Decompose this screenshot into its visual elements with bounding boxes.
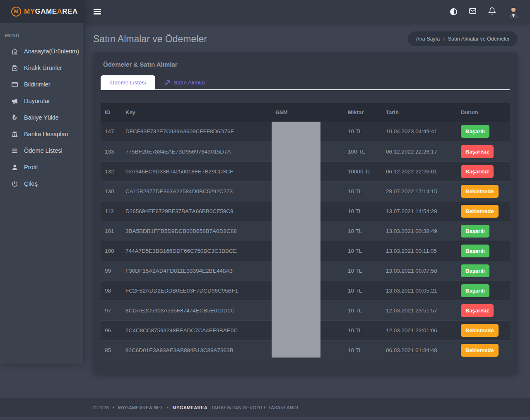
cell-id: 97 — [101, 300, 121, 320]
theme-toggle-button[interactable] — [450, 8, 457, 15]
sidebar-item-profil[interactable]: Profil — [0, 159, 83, 175]
cell-key: 744A7D5E3BB166DDF66C750BC3C3BBCE — [121, 241, 271, 261]
status-badge: Başarısız — [461, 165, 494, 178]
breadcrumb-home-link[interactable]: Ana Sayfa — [416, 36, 440, 42]
messages-button[interactable] — [469, 7, 477, 17]
sidebar-item-bakiye-yukle[interactable]: ₺Bakiye Yükle — [0, 109, 83, 126]
cell-miktar: 10 TL — [344, 241, 382, 261]
cell-id: 98 — [101, 281, 121, 300]
cell-miktar: 10 TL — [344, 201, 382, 221]
sidebar-item-label: Profil — [24, 164, 38, 170]
cell-tarih: 13.03.2021 00:38:49 — [382, 221, 457, 241]
bag-icon — [11, 64, 18, 72]
cell-tarih: 06.12.2022 22:26:17 — [382, 142, 457, 161]
logo-seg: MY — [24, 7, 35, 15]
column-header-gsm: GSM — [271, 103, 344, 122]
sidebar-menu-label: MENÜ — [0, 23, 83, 38]
cell-miktar: 10 TL — [344, 122, 382, 142]
logo-seg: A — [57, 7, 63, 15]
cell-durum: Başarılı — [457, 122, 510, 142]
menu-toggle-button[interactable] — [94, 7, 101, 16]
sidebar-item-banka-hesaplari[interactable]: Banka Hesapları — [0, 126, 83, 142]
cell-durum: Başarısız — [457, 300, 510, 320]
sidebar-item-cikis[interactable]: Çıkış — [0, 175, 83, 192]
sidebar-item-label: Anasayfa(Ürünlerim) — [24, 48, 79, 55]
sidebar-item-anasayfa-urunlerim[interactable]: Anasayfa(Ürünlerim) — [0, 43, 83, 60]
column-header-id: ID — [101, 103, 121, 122]
status-badge: Beklemede — [461, 324, 499, 337]
cell-durum: Başarısız — [457, 142, 510, 161]
page-footer: © 2023 • MYGAMEAREA.NET • MYGAMEAREA TAR… — [0, 398, 530, 417]
main-content: Satın Almalar ve Ödemeler Ana Sayfa / Sa… — [83, 23, 530, 46]
cell-durum: Beklemede — [457, 181, 510, 201]
cell-tarih: 13.07.2021 14:54:28 — [382, 201, 457, 221]
cell-tarih: 12.03.2021 23:01:06 — [382, 320, 457, 340]
cell-miktar: 10 TL — [344, 281, 382, 300]
power-icon — [11, 180, 18, 187]
page-head: Satın Almalar ve Ödemeler Ana Sayfa / Sa… — [83, 23, 530, 46]
cell-id: 99 — [101, 261, 121, 281]
cell-durum: Başarılı — [457, 221, 510, 241]
status-badge: Başarılı — [461, 245, 489, 257]
profile-icon — [11, 163, 18, 171]
brand-logo[interactable]: M MYGAMEAREA — [0, 0, 83, 23]
sidebar-item-label: Kiralık Ürünler — [24, 65, 62, 71]
footer-separator: • — [167, 406, 169, 410]
cell-key: F30DF15A2AD4FD811E33394E2BE448A3 — [121, 261, 271, 281]
footer-copyright: © 2023 — [93, 405, 109, 410]
cell-miktar: 10 TL — [344, 221, 382, 241]
cell-miktar: 10 TL — [344, 320, 382, 340]
bell-icon — [488, 7, 496, 17]
list-icon — [11, 147, 18, 154]
cell-miktar: 10 TL — [344, 300, 382, 320]
notifications-button[interactable] — [488, 7, 496, 17]
cell-key: FC2F82ADD2EDDB0EE03F7DCD96C95BF1 — [121, 281, 271, 300]
sidebar-item-label: Banka Hesapları — [24, 131, 68, 137]
status-badge: Beklemede — [461, 344, 499, 357]
cell-key: 775BF20E7884EAE73D95697643015D7A — [121, 142, 271, 161]
status-badge: Başarılı — [461, 264, 489, 277]
status-badge: Beklemede — [461, 185, 499, 198]
card-title: Ödemeler & Satın Alımlar — [103, 61, 510, 68]
logo-seg: REA — [62, 7, 77, 15]
cell-key: 02A946EC9D33B74250018FE7B29CD3CF — [121, 161, 271, 181]
status-badge: Başarılı — [461, 284, 489, 297]
cell-id: 96 — [101, 320, 121, 340]
sidebar-item-duyurular[interactable]: Duyurular — [0, 93, 83, 109]
breadcrumb-separator: / — [443, 36, 444, 42]
cell-durum: Beklemede — [457, 320, 510, 340]
footer-separator: • — [113, 406, 114, 410]
user-avatar[interactable] — [508, 5, 519, 18]
sidebar-item-label: Çıkış — [24, 180, 38, 187]
sidebar-item-odeme-listesi[interactable]: Ödeme Listesi — [0, 142, 83, 159]
cell-miktar: 10 TL — [344, 261, 382, 281]
brand-logo-text: MYGAMEAREA — [24, 7, 78, 16]
sidebar-item-kiralik-urunler[interactable]: Kiralık Ürünler — [0, 60, 83, 76]
cell-tarih: 13.03.2021 00:11:05 — [382, 241, 457, 261]
home-icon — [11, 48, 18, 55]
tab-satin-alimlar[interactable]: Satın Alımlar — [155, 75, 215, 89]
footer-brand: MYGAMEAREA — [172, 405, 207, 410]
cell-id: 101 — [101, 221, 121, 241]
page-title: Satın Almalar ve Ödemeler — [93, 34, 207, 45]
mail-icon — [469, 7, 477, 17]
brand-logo-icon: M — [11, 7, 21, 17]
payments-table-wrap: IDKeyGSMMiktarTarihDurum 147DFCF83F732E7… — [101, 103, 510, 360]
tab-bar: Ödeme Listesi Satın Alımlar — [101, 75, 510, 90]
cell-tarih: 28.07.2022 17:14:15 — [382, 181, 457, 201]
contrast-icon — [450, 8, 457, 15]
cell-id: 133 — [101, 142, 121, 161]
sidebar-item-bildirimler[interactable]: Bildirimler — [0, 76, 83, 93]
footer-site: MYGAMEAREA.NET — [118, 405, 164, 410]
sidebar-item-label: Ödeme Listesi — [24, 147, 63, 154]
tab-odeme-listesi[interactable]: Ödeme Listesi — [101, 75, 155, 89]
status-badge: Beklemede — [461, 205, 499, 218]
cell-tarih: 06.03.2021 01:34:48 — [382, 340, 457, 360]
top-navbar — [83, 0, 530, 23]
cell-miktar: 10 TL — [344, 181, 382, 201]
column-header-key: Key — [121, 103, 271, 122]
cell-tarih: 13.03.2021 00:07:58 — [382, 261, 457, 281]
bank-icon — [11, 130, 18, 138]
column-header-durum: Durum — [457, 103, 510, 122]
notifications-icon — [11, 81, 18, 88]
